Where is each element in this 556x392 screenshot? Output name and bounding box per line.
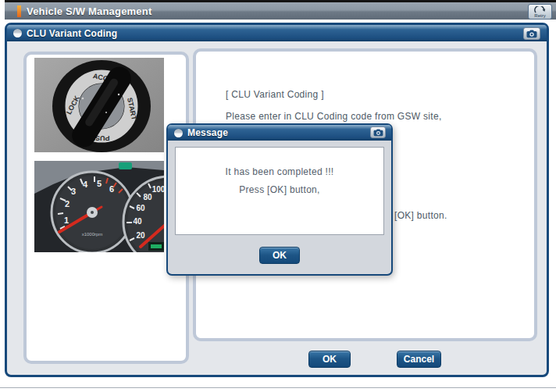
tach-number: 3 (71, 187, 76, 196)
message-dialog: Message It has been completed !!! Press … (166, 123, 393, 276)
app-title-bar: Vehicle S/W Management Retry (5, 0, 556, 20)
retry-label: Retry (529, 13, 551, 19)
instruction-heading: [ CLU Variant Coding ] (226, 89, 324, 100)
speed-number: 60 (136, 204, 145, 212)
window-bottom-edge (0, 387, 556, 388)
dialog-message-box: It has been completed !!! Press [OK] but… (175, 147, 384, 235)
clu-window-title: CLU Variant Coding (27, 28, 117, 39)
camera-icon (373, 129, 383, 137)
retry-arrow-icon (534, 6, 546, 13)
tachometer-gauge: 1 2 3 4 5 6 x1000rpm (52, 172, 133, 252)
tach-number: 1 (64, 216, 69, 225)
speed-number: 20 (136, 231, 145, 240)
screenshot-camera-button[interactable] (523, 27, 540, 40)
ignition-switch-photo: LOCK ACC START PUSH (34, 58, 164, 152)
instruction-partial-line: [OK] button. (394, 210, 447, 221)
tach-number: 6 (109, 184, 114, 194)
speed-number: 80 (143, 193, 152, 201)
dialog-camera-button[interactable] (370, 127, 386, 138)
instrument-cluster-photo: 1 2 3 4 5 6 x1000rpm (34, 161, 164, 252)
instruction-line: Please enter in CLU Coding code from GSW… (226, 111, 442, 122)
dialog-title: Message (187, 127, 228, 138)
camera-icon (526, 30, 537, 38)
dialog-message-line2: Press [OK] button, (176, 184, 383, 195)
speed-number: 40 (133, 217, 142, 226)
speed-number: 100 (152, 185, 164, 194)
cancel-button[interactable]: Cancel (397, 351, 441, 368)
photo-panel: LOCK ACC START PUSH (23, 52, 189, 364)
tach-rpm-label: x1000rpm (82, 232, 103, 237)
window-sphere-icon (13, 29, 22, 37)
dialog-titlebar: Message (168, 125, 391, 141)
orange-accent-icon (17, 5, 21, 17)
cluster-green-indicator (119, 162, 132, 169)
screen: Vehicle S/W Management Retry CLU Variant… (0, 0, 556, 392)
dialog-message-line1: It has been completed !!! (176, 166, 383, 177)
retry-button[interactable]: Retry (528, 4, 552, 20)
ok-button[interactable]: OK (308, 351, 351, 368)
tach-number: 5 (97, 179, 102, 188)
tach-number: 2 (65, 199, 70, 208)
dialog-ok-button[interactable]: OK (259, 247, 300, 264)
tach-number: 4 (83, 180, 88, 189)
dialog-sphere-icon (174, 129, 183, 137)
clu-window-titlebar: CLU Variant Coding (7, 25, 547, 41)
app-title: Vehicle S/W Management (27, 5, 151, 17)
